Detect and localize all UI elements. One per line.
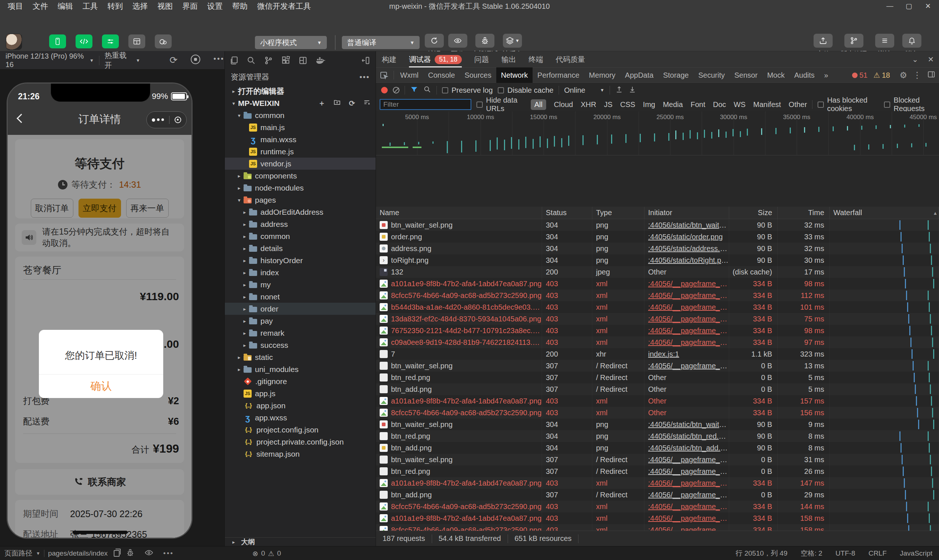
tab-memory[interactable]: Memory [584, 68, 620, 83]
tab-console[interactable]: Console [423, 68, 459, 83]
initiator-link[interactable]: :44056/__pageframe__/_pa… [648, 303, 729, 312]
initiator-link[interactable]: :44056/__pageframe__/_pa… [648, 362, 729, 370]
tree-item-address[interactable]: ▸address [225, 218, 376, 230]
request-row[interactable]: 8cfcc576-4b66-4a09-ac68-ad5b273c2590.png… [376, 524, 939, 531]
collapse-sidebar-icon[interactable] [361, 56, 370, 65]
initiator-link[interactable]: :44056/static/btn_add.png [648, 444, 729, 452]
warning-count-badge[interactable]: ⚠18 [873, 71, 890, 80]
request-row[interactable]: btn_waiter_sel.png304png:44056/static/bt… [376, 219, 939, 231]
hot-reload-toggle[interactable]: 热重载 开 ▼ [105, 51, 140, 70]
menu-item-文件[interactable]: 文件 [29, 0, 52, 12]
request-row[interactable]: address.png304png:44056/static/address.p… [376, 243, 939, 254]
panel-tab-终端[interactable]: 终端 [529, 51, 543, 68]
more-icon[interactable]: ••• [213, 55, 225, 66]
menu-item-选择[interactable]: 选择 [128, 0, 152, 12]
clear-icon[interactable] [393, 87, 399, 94]
request-row[interactable]: 8cfcc576-4b66-4a09-ac68-ad5b273c2590.png… [376, 501, 939, 512]
initiator-link[interactable]: :44056/__pageframe__/_pa… [648, 280, 729, 288]
tree-item-nonet[interactable]: ▸nonet [225, 291, 376, 303]
request-row[interactable]: a101a1e9-8f8b-47b2-afa4-1abd47ea0a87.png… [376, 477, 939, 489]
request-row[interactable]: order.png304png:44056/static/order.png90… [376, 231, 939, 243]
tree-item-common[interactable]: ▾common [225, 109, 376, 121]
tree-item-historyOrder[interactable]: ▸historyOrder [225, 254, 376, 266]
search-icon[interactable] [247, 56, 256, 65]
tab-audits[interactable]: Audits [789, 68, 819, 83]
tree-item-打开的编辑器[interactable]: ▸打开的编辑器 [225, 85, 376, 97]
type-filter-WS[interactable]: WS [734, 100, 745, 109]
more-icon[interactable]: ••• [163, 549, 174, 557]
tree-item-details[interactable]: ▸details [225, 242, 376, 254]
initiator-link[interactable]: :44056/__pageframe__/_pa… [648, 338, 729, 347]
type-filter-CSS[interactable]: CSS [620, 100, 635, 109]
request-row[interactable]: ›toRight.png304png:44056/static/toRight.… [376, 254, 939, 266]
tree-item-my[interactable]: ▸my [225, 278, 376, 291]
tree-item-remark[interactable]: ▸remark [225, 327, 376, 339]
initiator-link[interactable]: :44056/static/btn_waiter_… [648, 221, 729, 229]
eye-icon[interactable] [144, 548, 154, 559]
tree-item-sitemap.json[interactable]: {..}sitemap.json [225, 448, 376, 460]
refresh-icon[interactable]: ⟳ [349, 99, 355, 108]
initiator-link[interactable]: :44056/__pageframe__/_pa… [648, 291, 729, 300]
preserve-log-checkbox[interactable]: Preserve log [442, 86, 493, 95]
statusbar-item[interactable]: 行 20510，列 49 [735, 549, 788, 558]
filter-input[interactable] [379, 99, 471, 110]
statusbar-item[interactable]: CRLF [868, 549, 887, 557]
type-filter-Media[interactable]: Media [663, 100, 683, 109]
tree-item-order[interactable]: ▸order [225, 303, 376, 315]
menu-item-帮助[interactable]: 帮助 [228, 0, 251, 12]
column-header-type[interactable]: Type [592, 207, 645, 219]
request-row[interactable]: 7200xhrindex.js:11.1 kB323 ms [376, 348, 939, 360]
inspect-element-icon[interactable] [376, 71, 392, 80]
export-har-icon[interactable] [628, 85, 637, 95]
tree-item-addOrEditAddress[interactable]: ▸addOrEditAddress [225, 206, 376, 218]
panel-tab-调试器[interactable]: 调试器51, 18 [409, 51, 462, 68]
type-filter-Font[interactable]: Font [691, 100, 705, 109]
initiator-link[interactable]: :44056/static/toRight.png [648, 256, 729, 265]
tree-item-MP-WEIXIN[interactable]: ▾MP-WEIXIN＋⟳ [225, 97, 376, 109]
request-row[interactable]: 132200jpegOther(disk cache)17 ms [376, 266, 939, 278]
request-row[interactable]: a101a1e9-8f8b-47b2-afa4-1abd47ea0a87.png… [376, 512, 939, 524]
tree-item-project.private.config.json[interactable]: {..}project.private.config.json [225, 436, 376, 448]
tab-security[interactable]: Security [694, 68, 729, 83]
tree-item-app.js[interactable]: JSapp.js [225, 388, 376, 400]
search-icon[interactable] [423, 85, 431, 95]
tree-item-common[interactable]: ▸common [225, 230, 376, 242]
close-minimize-icon[interactable] [174, 117, 181, 123]
type-filter-JS[interactable]: JS [604, 100, 612, 109]
import-har-icon[interactable] [615, 85, 623, 95]
column-header-waterfall[interactable]: Waterfall [830, 207, 939, 219]
menu-item-微信开发者工具[interactable]: 微信开发者工具 [253, 0, 315, 12]
tree-item-.gitignore[interactable]: .gitignore [225, 375, 376, 388]
initiator-link[interactable]: :44056/__pageframe__/_/… [648, 467, 729, 476]
stop-record-icon[interactable] [191, 55, 200, 64]
type-filter-All[interactable]: All [531, 99, 546, 110]
more-icon[interactable] [152, 118, 164, 122]
menu-item-界面[interactable]: 界面 [178, 0, 202, 12]
initiator-link[interactable]: index.js:1 [648, 350, 679, 358]
type-filter-Cloud[interactable]: Cloud [554, 100, 573, 109]
more-tabs-icon[interactable]: » [819, 68, 833, 83]
statusbar-item[interactable]: UTF-8 [836, 549, 856, 557]
request-row[interactable]: btn_waiter_sel.png307/ Redirect:44056/__… [376, 360, 939, 372]
request-row[interactable]: btn_waiter_sel.png307/ Redirect:44056/__… [376, 454, 939, 465]
request-row[interactable]: 8cfcc576-4b66-4a09-ac68-ad5b273c2590.png… [376, 289, 939, 301]
panel-tab-构建[interactable]: 构建 [382, 51, 396, 68]
tree-item-vendor.js[interactable]: JSvendor.js [225, 158, 376, 170]
source-control-icon[interactable] [264, 56, 273, 65]
menu-item-视图[interactable]: 视图 [153, 0, 177, 12]
outline-section[interactable]: ▸ 大纲 [225, 537, 376, 546]
menu-item-项目[interactable]: 项目 [4, 0, 27, 12]
initiator-link[interactable]: :44056/__pageframe__/_pa… [648, 315, 729, 323]
tree-item-project.config.json[interactable]: {..}project.config.json [225, 424, 376, 436]
type-filter-Manifest[interactable]: Manifest [753, 100, 781, 109]
confirm-button[interactable]: 确认 [39, 379, 163, 394]
close-icon[interactable]: ✕ [920, 0, 936, 12]
request-row[interactable]: btn_red.png304png:44056/static/btn_red.p… [376, 430, 939, 442]
network-overview-timeline[interactable]: 5000 ms10000 ms15000 ms20000 ms25000 ms3… [376, 111, 939, 155]
mode-select[interactable]: 小程序模式 ▼ [255, 36, 327, 49]
maximize-icon[interactable]: ▢ [901, 0, 917, 12]
layout-icon[interactable] [298, 56, 308, 65]
column-header-time[interactable]: Time [778, 207, 830, 219]
tree-item-pay[interactable]: ▸pay [225, 315, 376, 327]
disable-cache-checkbox[interactable]: Disable cache [498, 86, 554, 95]
